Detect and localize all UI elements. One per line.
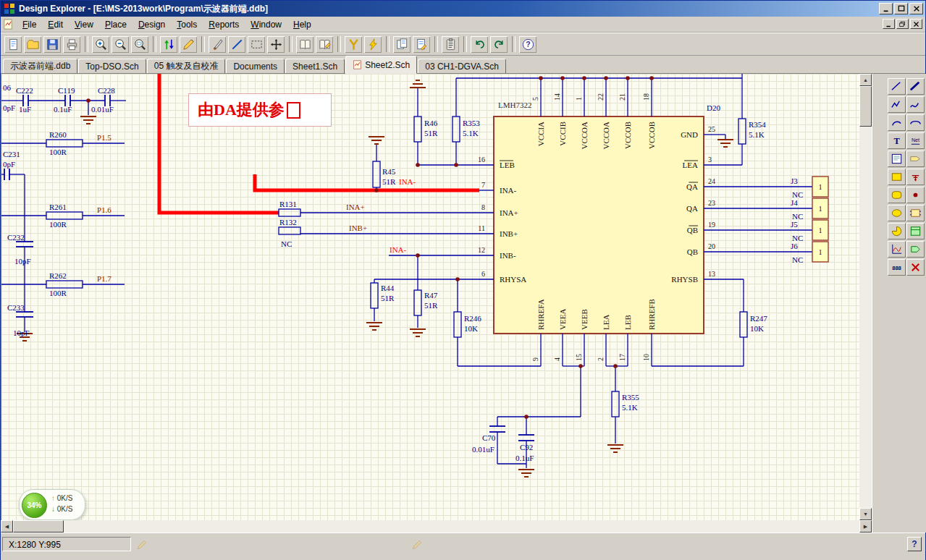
help-button[interactable]: ? bbox=[907, 537, 922, 551]
open-folder-button[interactable] bbox=[23, 35, 42, 54]
pin-number[interactable]: 20 bbox=[708, 242, 715, 250]
resistor-body[interactable] bbox=[453, 116, 460, 142]
pin-number[interactable]: 14 bbox=[553, 93, 561, 101]
move-button[interactable] bbox=[266, 35, 285, 54]
rectangle-tool[interactable] bbox=[888, 169, 906, 185]
junction-dot[interactable] bbox=[455, 277, 460, 281]
pin-number[interactable]: 12 bbox=[478, 246, 485, 254]
pin-name[interactable]: QB bbox=[687, 226, 698, 234]
schematic-label[interactable]: 10pF bbox=[13, 328, 30, 337]
report-button[interactable] bbox=[441, 35, 460, 54]
schematic-label[interactable]: 0.1uF bbox=[54, 105, 72, 114]
schematic-sheet[interactable]: 060pFC2221uFC1190.1uFC2280.01uFC2310pFR2… bbox=[1, 74, 859, 520]
scroll-down-button[interactable]: ▼ bbox=[859, 508, 872, 520]
resistor-body[interactable] bbox=[738, 119, 746, 144]
junction-dot[interactable] bbox=[604, 76, 608, 80]
horizontal-scrollbar[interactable]: ◀ ▶ bbox=[1, 520, 872, 533]
documents-button[interactable] bbox=[392, 35, 411, 54]
schematic-label[interactable]: NC bbox=[281, 239, 292, 248]
schematic-label[interactable]: 10K bbox=[750, 324, 764, 333]
pin-number[interactable]: 9 bbox=[531, 357, 539, 361]
document-tab-2[interactable]: Top-DSO.Sch bbox=[78, 59, 146, 73]
pin-name[interactable]: QA bbox=[686, 182, 698, 191]
text-tool[interactable]: T bbox=[888, 132, 906, 149]
schematic-label[interactable]: 5.1K bbox=[622, 403, 638, 412]
save-button[interactable] bbox=[43, 35, 62, 54]
zoom-out-button[interactable] bbox=[111, 35, 130, 54]
menu-window[interactable]: Window bbox=[245, 18, 287, 31]
simulate-button[interactable] bbox=[363, 35, 382, 54]
schematic-label[interactable]: C92 bbox=[520, 443, 533, 451]
no-erc-tool[interactable] bbox=[906, 259, 925, 276]
schematic-label[interactable]: 100R bbox=[49, 220, 67, 229]
schematic-label[interactable]: R261 bbox=[49, 203, 67, 211]
port-tool[interactable] bbox=[906, 150, 925, 167]
menu-reports[interactable]: Reports bbox=[203, 18, 245, 31]
resistor-body[interactable] bbox=[46, 212, 83, 219]
schematic-label[interactable]: C70 bbox=[482, 433, 496, 442]
pin-name[interactable]: LEB bbox=[623, 315, 632, 330]
polyline-tool[interactable] bbox=[888, 96, 906, 113]
power-port-tool[interactable] bbox=[906, 169, 925, 185]
schematic-label[interactable]: INA- bbox=[390, 245, 407, 254]
pin-name[interactable]: INA+ bbox=[500, 208, 518, 217]
edit-document-button[interactable] bbox=[412, 35, 431, 54]
junction-dot[interactable] bbox=[613, 364, 618, 368]
pin-number[interactable]: 23 bbox=[708, 199, 715, 207]
pin-number[interactable]: 25 bbox=[708, 125, 715, 133]
schematic-label[interactable]: C231 bbox=[3, 150, 20, 158]
text-frame-tool[interactable] bbox=[888, 150, 906, 167]
net-label-tool[interactable]: Net bbox=[906, 132, 925, 149]
menu-place[interactable]: Place bbox=[99, 18, 132, 31]
edit-library-button[interactable] bbox=[315, 35, 334, 54]
pin-number[interactable]: 19 bbox=[708, 221, 715, 229]
pin-name[interactable]: VCCOB bbox=[647, 122, 656, 149]
pie-chart-tool[interactable] bbox=[888, 223, 906, 239]
pin-number[interactable]: 18 bbox=[642, 93, 650, 101]
pin-name[interactable]: RHREFB bbox=[647, 299, 656, 330]
paste-array-tool[interactable]: 888 bbox=[888, 259, 906, 276]
scroll-right-button[interactable]: ▶ bbox=[859, 520, 872, 533]
junction-dot[interactable] bbox=[86, 98, 91, 103]
pin-name[interactable]: VCCOA bbox=[580, 122, 589, 150]
pin-name[interactable]: GND bbox=[681, 130, 698, 139]
junction-tool[interactable] bbox=[906, 187, 925, 203]
junction-dot[interactable] bbox=[649, 76, 654, 80]
schematic-label[interactable]: R353 bbox=[463, 119, 480, 127]
pin-name[interactable]: VCCIA bbox=[536, 122, 545, 146]
resistor-body[interactable] bbox=[373, 161, 380, 187]
pin-number[interactable]: 24 bbox=[708, 177, 715, 185]
horizontal-scroll-thumb[interactable] bbox=[13, 520, 64, 533]
schematic-label[interactable]: 0.01uF bbox=[472, 445, 494, 454]
schematic-label[interactable]: 10pF bbox=[14, 257, 31, 266]
pin-name[interactable]: RHREFA bbox=[536, 299, 545, 330]
schematic-label[interactable]: 1 bbox=[819, 183, 822, 191]
schematic-label[interactable]: 0.1uF bbox=[515, 454, 534, 462]
junction-dot[interactable] bbox=[539, 76, 543, 80]
ellipse-tool[interactable] bbox=[888, 205, 906, 221]
mdi-close-button[interactable] bbox=[910, 19, 922, 29]
pin-number[interactable]: 4 bbox=[553, 357, 561, 361]
schematic-label[interactable]: 0pF bbox=[3, 160, 15, 169]
menu-help[interactable]: Help bbox=[287, 18, 317, 31]
part-tool[interactable] bbox=[906, 205, 925, 221]
pin-name[interactable]: INA- bbox=[500, 186, 517, 195]
schematic-label[interactable]: D20 bbox=[707, 103, 720, 112]
redo-button[interactable] bbox=[489, 35, 508, 54]
schematic-label[interactable]: R355 bbox=[622, 393, 639, 402]
pin-name[interactable]: LEA bbox=[602, 315, 610, 330]
round-rectangle-tool[interactable] bbox=[888, 187, 906, 203]
schematic-label[interactable]: 100R bbox=[49, 289, 67, 297]
red-wire[interactable] bbox=[255, 174, 479, 190]
pin-name[interactable]: LEB bbox=[500, 161, 515, 169]
pin-number[interactable]: 21 bbox=[618, 93, 626, 101]
schematic-label[interactable]: J6 bbox=[791, 242, 798, 250]
schematic-label[interactable]: 51R bbox=[424, 301, 438, 310]
document-tab-5[interactable]: Sheet1.Sch bbox=[285, 59, 345, 73]
pin-number[interactable]: 5 bbox=[531, 97, 539, 101]
bus-tool[interactable] bbox=[906, 78, 925, 95]
schematic-label[interactable]: R246 bbox=[464, 314, 481, 323]
arc-tool[interactable] bbox=[888, 114, 906, 131]
menu-tools[interactable]: Tools bbox=[171, 18, 203, 31]
schematic-label[interactable]: INA- bbox=[399, 177, 416, 186]
